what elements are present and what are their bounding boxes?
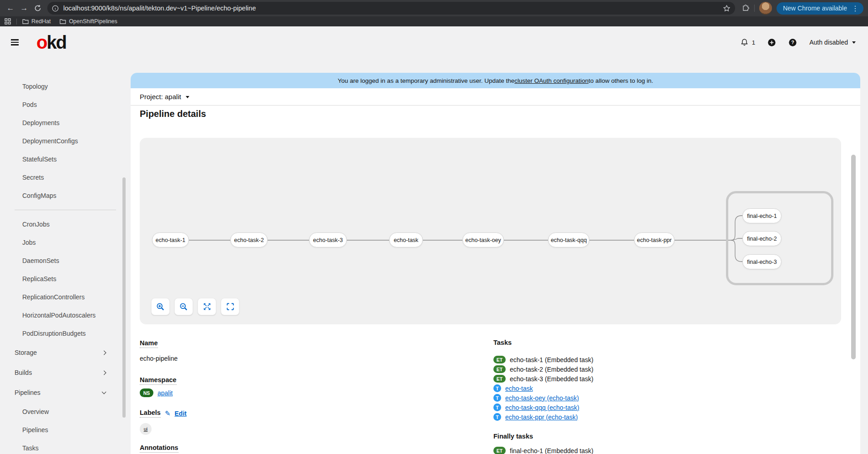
sidebar-item[interactable]: Deployments — [0, 114, 131, 132]
labels-edit-link[interactable]: Edit — [175, 410, 187, 417]
login-info-banner: You are logged in as a temporary adminis… — [131, 73, 860, 88]
task-row: T echo-task-oey (echo-task) — [493, 393, 594, 403]
masthead: okd 1 ? Auth disabled — [0, 26, 868, 58]
zoom-in-button[interactable] — [151, 298, 170, 315]
bookmark-star-icon[interactable] — [723, 5, 731, 12]
back-icon[interactable]: ← — [4, 1, 17, 15]
pipeline-finally-node[interactable]: final-echo-3 — [742, 254, 782, 269]
sidebar-item-label: HorizontalPodAutoscalers — [22, 312, 96, 319]
pipeline-task-node[interactable]: echo-task-qqq — [548, 232, 589, 247]
finally-tasks-title: Finally tasks — [493, 433, 533, 440]
sidebar-item-label: ReplicaSets — [22, 275, 56, 282]
task-name[interactable]: echo-task-qqq (echo-task) — [505, 404, 579, 411]
reload-icon[interactable] — [31, 1, 45, 15]
fit-to-screen-button[interactable] — [198, 298, 216, 315]
main-content: You are logged in as a temporary adminis… — [131, 73, 860, 454]
task-name[interactable]: echo-task — [505, 385, 533, 392]
sidebar-item[interactable]: PodDisruptionBudgets — [0, 324, 131, 343]
task-row: ET echo-task-3 (Embedded task) — [493, 374, 594, 383]
profile-avatar[interactable] — [759, 2, 772, 15]
chevron-icon — [102, 390, 107, 394]
sidebar-item[interactable]: ReplicaSets — [0, 270, 131, 288]
task-name[interactable]: echo-task-ppr (echo-task) — [505, 414, 578, 421]
sidebar-item[interactable]: StatefulSets — [0, 150, 131, 168]
zoom-out-button[interactable] — [174, 298, 193, 315]
nav-toggle-icon[interactable] — [9, 35, 25, 50]
sidebar-item[interactable]: ReplicationControllers — [0, 288, 131, 306]
task-kind-badge: ET — [493, 356, 506, 363]
sidebar-scrollbar[interactable] — [122, 177, 126, 418]
pipeline-task-node[interactable]: echo-task-2 — [230, 232, 268, 247]
name-label: Name — [140, 339, 158, 348]
browser-menu-icon[interactable]: ⋮ — [850, 4, 861, 13]
oauth-config-link[interactable]: cluster OAuth configuration — [514, 77, 589, 84]
pipeline-task-node[interactable]: echo-task — [389, 232, 423, 247]
task-kind-badge: T — [493, 404, 501, 411]
url-bar[interactable]: localhost:9000/k8s/ns/apalit/tekton.dev~… — [47, 2, 735, 15]
forward-icon[interactable]: → — [17, 1, 31, 15]
sidebar-item[interactable]: ConfigMaps — [0, 187, 131, 205]
pipeline-task-node-label: echo-task-qqq — [551, 237, 587, 243]
pipeline-task-node[interactable]: echo-task-ppr — [634, 232, 675, 247]
chrome-update-button[interactable]: New Chrome available ⋮ — [777, 2, 863, 15]
pipeline-visualization: echo-task-1 echo-task-2 echo-task-3 echo… — [140, 138, 841, 324]
sidebar-item[interactable]: DaemonSets — [0, 252, 131, 270]
bookmark-folder[interactable]: RedHat — [22, 18, 51, 25]
sidebar-item[interactable]: Pods — [0, 96, 131, 114]
sidebar-item-label: Pipelines — [22, 426, 48, 434]
task-row: ET final-echo-1 (Embedded task) — [493, 446, 594, 454]
help-icon[interactable]: ? — [788, 38, 797, 47]
folder-icon — [22, 19, 29, 24]
bookmarks-bar: RedHat OpenShiftPipelines — [0, 16, 868, 26]
sidebar-item-label: Deployments — [22, 119, 60, 126]
sidebar-item[interactable]: Builds — [0, 363, 131, 383]
sidebar-item[interactable]: Tasks — [0, 439, 131, 454]
notifications-button[interactable]: 1 — [741, 38, 756, 46]
chevron-icon — [102, 370, 107, 375]
sidebar-item[interactable]: Jobs — [0, 233, 131, 252]
sidebar-item[interactable]: Topology — [0, 77, 131, 96]
sidebar-item[interactable]: HorizontalPodAutoscalers — [0, 306, 131, 324]
sidebar-item-label: DaemonSets — [22, 257, 59, 264]
user-menu-label: Auth disabled — [809, 39, 848, 46]
bookmark-folder[interactable]: OpenShiftPipelines — [60, 18, 117, 25]
sidebar-item[interactable]: Storage — [0, 343, 131, 363]
pipeline-finally-node[interactable]: final-echo-2 — [742, 231, 782, 246]
add-icon[interactable] — [767, 38, 776, 47]
apps-grid-icon[interactable] — [5, 18, 11, 25]
sidebar-item-label: StatefulSets — [22, 156, 57, 163]
sidebar-item[interactable]: Pipelines — [0, 383, 131, 403]
sidebar-item[interactable]: Secrets — [0, 168, 131, 187]
edit-pencil-icon[interactable]: ✎ — [165, 409, 171, 418]
pipeline-task-node[interactable]: echo-task-oey — [462, 232, 504, 247]
sidebar-item-label: Storage — [15, 349, 37, 356]
sidebar-item[interactable]: Pipelines — [0, 421, 131, 439]
site-info-icon[interactable] — [52, 5, 59, 12]
task-name[interactable]: echo-task-oey (echo-task) — [505, 394, 579, 402]
pipeline-finally-node[interactable]: final-echo-1 — [742, 208, 782, 223]
extensions-icon[interactable] — [741, 4, 750, 12]
content-scrollbar[interactable] — [851, 155, 856, 359]
finally-tasks-list: ET final-echo-1 (Embedded task) — [493, 446, 594, 454]
project-selector-label: Project: apalit — [140, 93, 181, 101]
user-menu[interactable]: Auth disabled — [809, 39, 856, 46]
pipeline-task-node[interactable]: echo-task-1 — [152, 232, 189, 247]
sidebar-item[interactable]: Overview — [0, 403, 131, 421]
sidebar-item-label: Jobs — [22, 239, 36, 246]
pipeline-task-node-label: echo-task — [394, 237, 418, 243]
sidebar-item[interactable]: CronJobs — [0, 215, 131, 233]
project-selector[interactable]: Project: apalit — [131, 88, 860, 106]
task-kind-badge: ET — [493, 375, 506, 383]
name-value: echo-pipeline — [140, 355, 178, 362]
annotations-label: Annotations — [140, 444, 178, 453]
namespace-link[interactable]: apalit — [157, 389, 173, 397]
url-text[interactable]: localhost:9000/k8s/ns/apalit/tekton.dev~… — [63, 5, 723, 12]
sidebar-item[interactable]: DeploymentConfigs — [0, 132, 131, 150]
label-chip[interactable]: ui — [140, 423, 152, 435]
okd-logo[interactable]: okd — [36, 33, 66, 51]
pipeline-task-node[interactable]: echo-task-3 — [309, 232, 347, 247]
namespace-label: Namespace — [140, 376, 177, 385]
pipeline-task-node-label: echo-task-ppr — [637, 237, 671, 243]
fullscreen-button[interactable] — [221, 298, 239, 315]
pipeline-task-node-label: echo-task-oey — [465, 237, 501, 243]
